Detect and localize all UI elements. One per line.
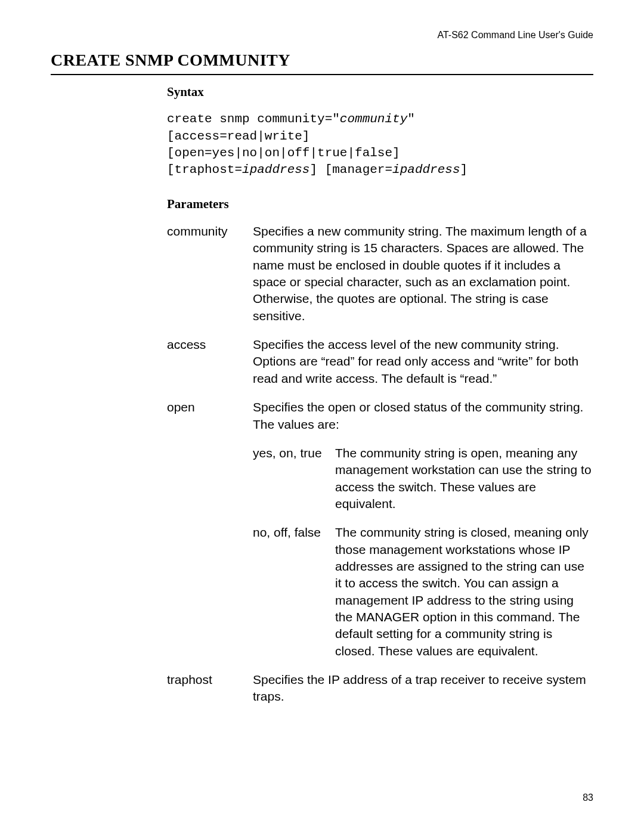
param-name-community: community — [167, 223, 253, 324]
param-row-traphost: traphost Specifies the IP address of a t… — [167, 671, 593, 705]
page: AT-S62 Command Line User's Guide CREATE … — [0, 0, 644, 833]
syntax-line-4a: [traphost= — [167, 163, 242, 176]
param-desc-open-text: Specifies the open or closed status of t… — [253, 399, 593, 433]
syntax-line-4d: ipaddress — [392, 163, 460, 176]
param-row-access: access Specifies the access level of the… — [167, 336, 593, 387]
open-value-yes-label: yes, on, true — [253, 445, 335, 512]
open-value-yes-desc: The community string is open, meaning an… — [335, 445, 593, 512]
syntax-line-1b: community — [340, 112, 407, 126]
running-header: AT-S62 Command Line User's Guide — [437, 29, 593, 42]
syntax-line-4c: ] [manager= — [309, 163, 392, 176]
syntax-line-1a: create snmp community=" — [167, 112, 340, 126]
open-value-yes-row: yes, on, true The community string is op… — [253, 445, 593, 512]
syntax-line-2: [access=read|write] — [167, 129, 309, 143]
open-value-no-desc: The community string is closed, meaning … — [335, 524, 593, 659]
param-desc-traphost: Specifies the IP address of a trap recei… — [253, 671, 593, 705]
syntax-block: create snmp community="community" [acces… — [167, 111, 593, 178]
param-name-traphost: traphost — [167, 671, 253, 705]
syntax-line-4b: ipaddress — [242, 163, 309, 176]
open-value-no-label: no, off, false — [253, 524, 335, 659]
page-number: 83 — [583, 791, 593, 804]
param-desc-access: Specifies the access level of the new co… — [253, 336, 593, 387]
param-desc-community: Specifies a new community string. The ma… — [253, 223, 593, 324]
param-name-open: open — [167, 399, 253, 659]
syntax-line-4e: ] — [460, 163, 468, 176]
param-desc-open: Specifies the open or closed status of t… — [253, 399, 593, 659]
parameters-heading: Parameters — [167, 196, 593, 212]
param-row-community: community Specifies a new community stri… — [167, 223, 593, 324]
page-title: CREATE SNMP COMMUNITY — [51, 49, 593, 75]
syntax-heading: Syntax — [167, 83, 593, 100]
syntax-line-1c: " — [407, 112, 415, 126]
param-name-access: access — [167, 336, 253, 387]
open-value-no-row: no, off, false The community string is c… — [253, 524, 593, 659]
body-column: Syntax create snmp community="community"… — [167, 83, 593, 717]
param-row-open: open Specifies the open or closed status… — [167, 399, 593, 659]
syntax-line-3: [open=yes|no|on|off|true|false] — [167, 146, 400, 160]
